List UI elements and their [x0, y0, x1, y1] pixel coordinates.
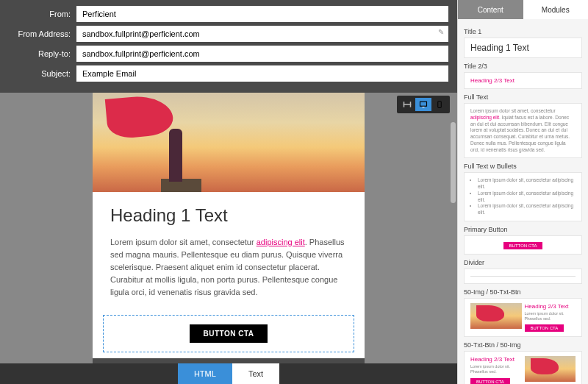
device-mobile-button[interactable]: [431, 98, 448, 111]
module-label: Title 1: [464, 28, 582, 35]
from-label: From:: [9, 10, 76, 18]
email-footer: Manage Preferences / Unsubscribe: [93, 358, 365, 363]
device-fullwidth-button[interactable]: [399, 98, 415, 111]
view-mode-tabs: HTML Text: [0, 363, 457, 384]
module-full-text[interactable]: Lorem ipsum dolor sit amet, consectetur …: [464, 103, 582, 158]
reply-to-label: Reply-to:: [9, 49, 76, 58]
body-link[interactable]: adipiscing elit: [257, 238, 305, 246]
canvas-scrollbar[interactable]: [451, 122, 456, 203]
pin-icon[interactable]: ✎: [438, 28, 444, 36]
module-title-1[interactable]: Heading 1 Text: [464, 38, 582, 58]
module-label: 50-Txt-Btn / 50-Img: [464, 341, 582, 349]
email-preview[interactable]: Heading 1 Text Lorem ipsum dolor sit ame…: [93, 93, 365, 363]
module-bullets[interactable]: Lorem ipsum dolor sit, consectetur adipi…: [464, 172, 582, 221]
subject-label: Subject:: [9, 69, 76, 78]
from-address-input[interactable]: ✎: [76, 26, 448, 42]
email-body-text: Lorem ipsum dolor sit amet, consectetur …: [110, 236, 347, 299]
thumb-image: [470, 303, 522, 329]
right-panel: Content Modules Title 1 Heading 1 Text T…: [457, 0, 588, 384]
text-tab[interactable]: Text: [232, 363, 279, 384]
module-50img-50txtbtn[interactable]: Heading 2/3 Text Lorem ipsum dolor sit. …: [464, 298, 582, 337]
module-label: Full Text: [464, 93, 582, 101]
cta-drop-zone[interactable]: BUTTON CTA: [103, 315, 354, 352]
modules-tab[interactable]: Modules: [523, 0, 589, 19]
from-input[interactable]: [76, 6, 448, 22]
module-label: Divider: [464, 259, 582, 266]
thumb-image: [525, 356, 576, 382]
header-fields: From: From Address: ✎ Reply-to: Subject:: [0, 0, 457, 93]
device-preview-bar: [397, 96, 450, 113]
from-address-label: From Address:: [9, 29, 76, 38]
content-tab[interactable]: Content: [458, 0, 523, 19]
svg-rect-0: [404, 104, 412, 105]
email-heading-1: Heading 1 Text: [110, 205, 347, 226]
svg-rect-4: [423, 107, 425, 107]
modules-list[interactable]: Title 1 Heading 1 Text Title 2/3 Heading…: [458, 19, 588, 384]
svg-rect-2: [410, 102, 412, 107]
svg-rect-3: [420, 102, 427, 106]
module-label: Full Text w Bullets: [464, 163, 582, 170]
module-divider[interactable]: [464, 269, 582, 284]
module-50txtbtn-50img[interactable]: Heading 2/3 Text Lorem ipsum dolor sit. …: [464, 351, 582, 384]
module-label: 50-Img / 50-Txt-Btn: [464, 288, 582, 296]
module-label: Primary Button: [464, 226, 582, 233]
email-canvas: Heading 1 Text Lorem ipsum dolor sit ame…: [0, 93, 457, 363]
html-tab[interactable]: HTML: [178, 363, 232, 384]
svg-rect-1: [404, 102, 405, 107]
module-label: Title 2/3: [464, 63, 582, 70]
module-primary-button[interactable]: BUTTON CTA: [464, 235, 582, 255]
reply-to-input[interactable]: [76, 46, 448, 62]
device-desktop-button[interactable]: [415, 98, 431, 111]
cta-button[interactable]: BUTTON CTA: [190, 324, 267, 343]
hero-image: [93, 93, 365, 192]
module-title-23[interactable]: Heading 2/3 Text: [464, 72, 582, 89]
svg-rect-5: [438, 102, 442, 108]
subject-input[interactable]: [76, 65, 448, 82]
